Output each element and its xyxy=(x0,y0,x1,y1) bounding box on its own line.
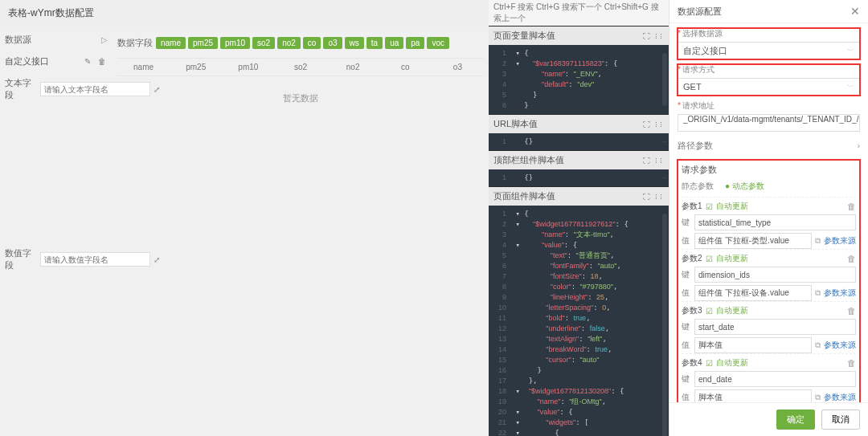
code-editor[interactable]: 1 {} xyxy=(489,133,669,150)
method-select[interactable]: GET ﹀ xyxy=(678,78,860,96)
num-field-label: 数值字段 xyxy=(5,247,37,271)
script-block: 页面变量脚本值⛶ ⋮⋮1 ▾ { 2 ▾ "$var1683971115823"… xyxy=(489,26,669,114)
fullscreen-icon[interactable]: ⛶ ⋮⋮ xyxy=(643,193,664,201)
url-input[interactable]: _ORIGIN_/v1/data-mgmt/tenants/_TENANT_ID… xyxy=(678,114,860,132)
fullscreen-icon[interactable]: ⛶ ⋮⋮ xyxy=(643,32,664,40)
chevron-right-icon: › xyxy=(858,141,860,150)
field-chip[interactable]: so2 xyxy=(252,37,275,49)
field-chip[interactable]: name xyxy=(156,37,186,49)
fullscreen-icon[interactable]: ⛶ ⋮⋮ xyxy=(643,157,664,165)
link-icon[interactable]: ⧉ xyxy=(815,288,821,298)
auto-refresh-label: 自动更新 xyxy=(716,253,748,264)
scrollbar[interactable] xyxy=(662,141,667,142)
script-block: URL脚本值⛶ ⋮⋮1 {} xyxy=(489,115,669,150)
custom-api-item[interactable]: 自定义接口 ✎ 🗑 xyxy=(5,53,108,70)
param-item: 参数4☑自动更新🗑键值⧉参数来源 xyxy=(682,353,856,402)
scrollbar[interactable] xyxy=(662,214,667,436)
datasource-section[interactable]: 数据源 ▷ xyxy=(5,31,108,48)
edit-icon[interactable]: ✎ xyxy=(82,56,93,67)
check-icon[interactable]: ☑ xyxy=(706,307,713,316)
script-block: 顶部栏组件脚本值⛶ ⋮⋮1 {} xyxy=(489,151,669,186)
link-icon[interactable]: ⧉ xyxy=(815,393,821,402)
request-params-box: 请求参数 静态参数 ● 动态参数 参数1☑自动更新🗑键值⧉参数来源参数2☑自动更… xyxy=(678,160,860,402)
script-block: 页面组件脚本值⛶ ⋮⋮1 ▾ { 2 ▾ "$widget16778119276… xyxy=(489,187,669,436)
script-title: 顶部栏组件脚本值 xyxy=(493,154,564,166)
field-chip[interactable]: pm10 xyxy=(220,37,250,49)
param-name: 参数3 xyxy=(682,305,702,316)
request-params-label: 请求参数 xyxy=(682,164,856,176)
param-key-input[interactable] xyxy=(694,319,856,335)
param-value-input[interactable] xyxy=(694,389,812,402)
script-title: URL脚本值 xyxy=(493,118,538,130)
text-field-label: 文本字段 xyxy=(5,77,37,101)
field-chip[interactable]: o3 xyxy=(323,37,342,49)
delete-icon[interactable]: 🗑 xyxy=(847,306,856,316)
right-panel-title: 数据源配置 xyxy=(678,6,722,18)
datasource-field: *选择数据源 自定义接口 ﹀ xyxy=(678,28,860,59)
scrollbar[interactable] xyxy=(662,177,667,178)
chevron-down-icon: ﹀ xyxy=(847,82,854,92)
url-field: *请求地址 _ORIGIN_/v1/data-mgmt/tenants/_TEN… xyxy=(678,100,860,132)
field-chip[interactable]: ws xyxy=(345,37,364,49)
delete-icon[interactable]: 🗑 xyxy=(847,358,856,368)
param-key-input[interactable] xyxy=(694,267,856,283)
cancel-button[interactable]: 取消 xyxy=(821,410,860,430)
column-header: pm25 xyxy=(170,63,222,71)
column-header: co xyxy=(379,63,432,71)
param-value-input[interactable] xyxy=(694,233,812,249)
param-name: 参数2 xyxy=(682,253,702,264)
param-value-input[interactable] xyxy=(694,337,812,353)
script-title: 页面变量脚本值 xyxy=(493,30,555,42)
table-header: namepm25pm10so2no2coo3 xyxy=(117,58,484,76)
tab-dynamic-params[interactable]: ● 动态参数 xyxy=(723,181,764,192)
check-icon[interactable]: ☑ xyxy=(706,202,713,211)
column-header: no2 xyxy=(327,63,379,71)
code-editor[interactable]: 1 {} xyxy=(489,169,669,186)
auto-refresh-label: 自动更新 xyxy=(716,305,748,316)
param-source-link[interactable]: 参数来源 xyxy=(824,392,856,402)
datasource-config-panel: 数据源配置 ✕ *选择数据源 自定义接口 ﹀ *请求方式 GET ﹀ *请求地址… xyxy=(669,0,868,436)
code-editor[interactable]: 1 ▾ { 2 ▾ "$widget1677811927612": { 3 "n… xyxy=(489,206,669,436)
field-chip[interactable]: ta xyxy=(366,37,383,49)
fullscreen-icon[interactable]: ⛶ ⋮⋮ xyxy=(643,120,664,128)
delete-icon[interactable]: 🗑 xyxy=(847,202,856,211)
table-data-config-panel: 表格-wYmr数据配置 数据源 ▷ 自定义接口 ✎ 🗑 文本字段 ⤢ 数值字段 xyxy=(0,0,489,436)
param-key-input[interactable] xyxy=(694,214,856,230)
data-field-label: 数据字段 xyxy=(117,37,153,49)
scrollbar[interactable] xyxy=(662,53,667,106)
delete-icon[interactable]: 🗑 xyxy=(96,56,108,67)
field-chip[interactable]: no2 xyxy=(277,37,301,49)
delete-icon[interactable]: 🗑 xyxy=(847,254,856,263)
field-chip[interactable]: pm25 xyxy=(188,37,218,49)
column-header: name xyxy=(117,63,170,71)
field-chip[interactable]: co xyxy=(303,37,321,49)
param-key-input[interactable] xyxy=(694,371,856,387)
left-main: 数据字段 namepm25pm10so2no2coo3wstauapavoc n… xyxy=(113,26,489,436)
check-icon[interactable]: ☑ xyxy=(706,359,713,368)
link-icon[interactable]: ⧉ xyxy=(815,340,821,350)
param-item: 参数1☑自动更新🗑键值⧉参数来源 xyxy=(682,197,856,249)
datasource-select[interactable]: 自定义接口 ﹀ xyxy=(678,42,860,59)
path-params-toggle[interactable]: 路径参数 › xyxy=(678,137,860,155)
chevron-right-icon: ▷ xyxy=(101,35,108,44)
panel-title: 表格-wYmr数据配置 xyxy=(0,0,489,26)
auto-refresh-label: 自动更新 xyxy=(716,201,748,212)
param-name: 参数4 xyxy=(682,357,702,369)
close-icon[interactable]: ✕ xyxy=(850,5,860,18)
tab-static-params[interactable]: 静态参数 xyxy=(682,181,714,192)
param-name: 参数1 xyxy=(682,201,702,212)
search-hint: Ctrl+F 搜索 Ctrl+G 搜索下一个 Ctrl+Shift+G 搜索上一… xyxy=(489,0,669,26)
script-preview-panel: Ctrl+F 搜索 Ctrl+G 搜索下一个 Ctrl+Shift+G 搜索上一… xyxy=(489,0,669,436)
param-value-input[interactable] xyxy=(694,285,812,301)
field-chip[interactable]: voc xyxy=(427,37,449,49)
param-source-link[interactable]: 参数来源 xyxy=(824,287,856,299)
script-title: 页面组件脚本值 xyxy=(493,190,555,202)
code-editor[interactable]: 1 ▾ { 2 ▾ "$var1683971115823": { 3 "name… xyxy=(489,45,669,114)
field-chip[interactable]: ua xyxy=(385,37,403,49)
check-icon[interactable]: ☑ xyxy=(706,255,713,263)
param-source-link[interactable]: 参数来源 xyxy=(824,340,856,351)
param-source-link[interactable]: 参数来源 xyxy=(824,235,856,247)
link-icon[interactable]: ⧉ xyxy=(815,236,821,246)
field-chip[interactable]: pa xyxy=(406,37,424,49)
confirm-button[interactable]: 确定 xyxy=(776,410,815,430)
